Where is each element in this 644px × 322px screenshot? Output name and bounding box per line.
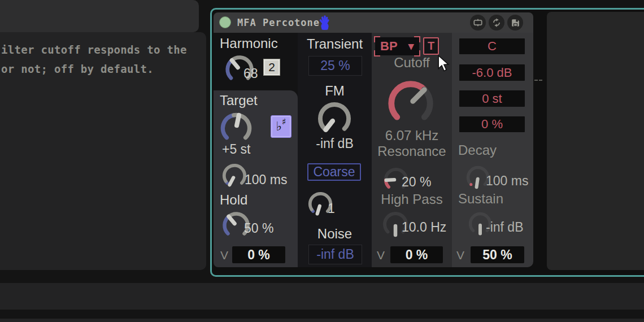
filter-type-value: BP bbox=[380, 39, 398, 54]
note-value: C bbox=[488, 39, 497, 54]
presentation-mode-button[interactable] bbox=[470, 15, 486, 31]
save-device-button[interactable] bbox=[507, 15, 523, 31]
transpose-box[interactable]: 0 st bbox=[459, 90, 525, 107]
mix-box[interactable]: 0 % bbox=[459, 116, 525, 132]
cutoff-value[interactable]: 6.07 kHz bbox=[372, 128, 452, 143]
status-bar bbox=[0, 319, 644, 322]
note-box[interactable]: C bbox=[459, 38, 525, 54]
mouse-cursor bbox=[437, 55, 450, 73]
decay-label: Decay bbox=[458, 142, 497, 158]
transpose-value: 0 st bbox=[482, 92, 502, 106]
gain-box[interactable]: -6.0 dB bbox=[459, 64, 525, 81]
bracket-corner bbox=[374, 36, 380, 42]
adjacent-panel bbox=[547, 12, 644, 270]
t-button-label: T bbox=[428, 40, 434, 53]
gain-value: -6.0 dB bbox=[472, 66, 512, 80]
filter-velocity-value: 0 % bbox=[406, 247, 428, 263]
info-line-1: ilter cutoff responds to the bbox=[1, 40, 187, 59]
reload-icon bbox=[491, 17, 502, 28]
transient-value: 25 % bbox=[320, 58, 350, 73]
harmonic-label: Harmonic bbox=[220, 36, 278, 51]
scale-button[interactable]: ♭♯ bbox=[271, 115, 291, 138]
panel-resize-handle[interactable] bbox=[534, 80, 545, 82]
hold-v-label: V bbox=[220, 249, 228, 262]
device-on-led[interactable] bbox=[219, 16, 231, 28]
envelope-velocity-box[interactable]: 50 % bbox=[471, 246, 524, 263]
bracket-corner bbox=[414, 36, 420, 42]
max-for-live-hand-icon bbox=[316, 14, 333, 31]
coarse-toggle-button[interactable]: Coarse bbox=[307, 163, 361, 181]
target-pitch-knob[interactable] bbox=[219, 111, 254, 146]
highpass-value[interactable]: 10.0 Hz bbox=[402, 220, 446, 235]
presentation-icon bbox=[472, 17, 484, 28]
target-time-value[interactable]: 100 ms bbox=[245, 172, 287, 188]
fm-value[interactable]: -inf dB bbox=[298, 136, 372, 151]
envelope-velocity-value: 50 % bbox=[482, 247, 512, 263]
decay-value[interactable]: 100 ms bbox=[486, 173, 528, 189]
info-view-panel: ilter cutoff responds to the or not; off… bbox=[0, 32, 206, 270]
envelope-v-label: V bbox=[456, 249, 464, 262]
filter-velocity-box[interactable]: 0 % bbox=[390, 246, 443, 263]
noise-label: Noise bbox=[298, 226, 372, 242]
chevron-down-icon: ▼ bbox=[408, 42, 414, 51]
device-title: MFA Percotone bbox=[237, 17, 320, 28]
target-label: Target bbox=[220, 93, 258, 108]
noise-value: -inf dB bbox=[316, 247, 354, 262]
filter-v-label: V bbox=[377, 249, 385, 262]
target-time-knob[interactable] bbox=[221, 162, 248, 189]
voices-number-box[interactable]: 2 bbox=[263, 59, 280, 76]
save-icon bbox=[510, 18, 521, 28]
harmonic-value[interactable]: 68 bbox=[243, 66, 258, 81]
target-pitch-value[interactable]: +5 st bbox=[222, 142, 251, 157]
cutoff-knob[interactable] bbox=[385, 78, 436, 129]
flat-glyph: ♭ bbox=[276, 120, 281, 133]
resonance-label: Resonance bbox=[372, 143, 452, 159]
hold-value[interactable]: 50 % bbox=[244, 221, 273, 236]
sustain-label: Sustain bbox=[458, 191, 503, 207]
transient-value-box[interactable]: 25 % bbox=[308, 56, 362, 76]
info-text: ilter cutoff responds to the or not; off… bbox=[1, 40, 187, 79]
filter-t-button[interactable]: T bbox=[423, 37, 439, 55]
filter-type-dropdown[interactable]: BP ▼ bbox=[375, 37, 419, 55]
coarse-label: Coarse bbox=[313, 164, 355, 180]
reload-device-button[interactable] bbox=[489, 15, 504, 31]
hold-velocity-box[interactable]: 0 % bbox=[232, 246, 285, 263]
fm-label: FM bbox=[298, 83, 372, 99]
info-line-2: or not; off by default. bbox=[1, 59, 187, 79]
transient-label: Transient bbox=[298, 36, 372, 52]
hold-velocity-value: 0 % bbox=[247, 247, 270, 263]
noise-value-box[interactable]: -inf dB bbox=[308, 245, 362, 264]
hold-label: Hold bbox=[220, 192, 247, 208]
fm-knob[interactable] bbox=[316, 100, 353, 137]
coarse-value[interactable]: 1 bbox=[328, 201, 335, 216]
sharp-glyph: ♯ bbox=[282, 118, 286, 127]
bottom-panel bbox=[0, 283, 644, 310]
highpass-label: High Pass bbox=[372, 192, 452, 207]
ableton-session-view: ilter cutoff responds to the or not; off… bbox=[0, 0, 644, 322]
mix-value: 0 % bbox=[481, 117, 503, 132]
info-panel-header bbox=[0, 0, 199, 32]
resonance-value[interactable]: 20 % bbox=[402, 175, 431, 190]
sustain-value[interactable]: -inf dB bbox=[486, 220, 523, 235]
voices-value: 2 bbox=[268, 60, 275, 74]
